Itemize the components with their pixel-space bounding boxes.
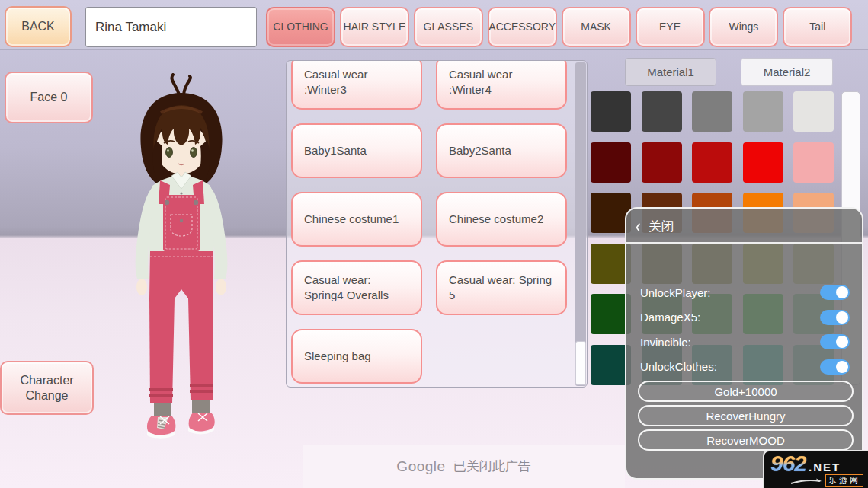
color-swatch[interactable] bbox=[743, 91, 783, 132]
character-model bbox=[96, 73, 267, 457]
clothing-scrollbar-thumb[interactable] bbox=[575, 341, 586, 385]
clothing-item-button[interactable]: Casual wear: Spring 5 bbox=[436, 260, 567, 315]
color-swatch[interactable] bbox=[743, 142, 783, 183]
google-logo-text: Google bbox=[396, 458, 445, 475]
mod-action-button[interactable]: RecoverMOOD bbox=[638, 429, 854, 451]
tab-tail[interactable]: Tail bbox=[783, 7, 852, 47]
962net-watermark-logo: 962 .NET 乐游网 bbox=[763, 450, 868, 488]
clothing-item-button[interactable]: Casual wear :Winter3 bbox=[291, 60, 422, 110]
clothing-item-button[interactable]: Casual wear: Spring4 Overalls bbox=[291, 260, 422, 315]
back-button[interactable]: BACK bbox=[5, 6, 72, 47]
toggle-switch[interactable] bbox=[820, 310, 850, 325]
clothing-item-button[interactable]: Baby1Santa bbox=[291, 123, 422, 178]
tab-clothing[interactable]: CLOTHING bbox=[266, 7, 335, 47]
clothing-item-button[interactable]: Sleeping bag bbox=[291, 329, 422, 384]
chevron-left-icon: ‹ bbox=[636, 215, 641, 238]
tab-mask[interactable]: MASK bbox=[562, 7, 631, 47]
ad-closed-message: 已关闭此广告 bbox=[453, 458, 531, 475]
toggle-switch[interactable] bbox=[820, 285, 850, 300]
clothing-item-button[interactable]: Chinese costume2 bbox=[436, 192, 567, 247]
clothing-scrollbar[interactable] bbox=[575, 62, 586, 386]
mod-toggle-label: UnlockPlayer: bbox=[640, 286, 711, 299]
tab-eye[interactable]: EYE bbox=[636, 7, 705, 47]
character-change-button[interactable]: Character Change bbox=[0, 361, 94, 415]
color-swatch[interactable] bbox=[642, 142, 682, 183]
tab-material2[interactable]: Material2 bbox=[741, 58, 833, 86]
mod-toggle-label: Invincible: bbox=[640, 336, 691, 349]
clothing-panel: Casual wear :Winter3Casual wear :Winter4… bbox=[286, 60, 588, 388]
tab-glasses[interactable]: GLASSES bbox=[414, 7, 483, 47]
mod-close-button[interactable]: ‹ 关闭 bbox=[636, 216, 674, 236]
ad-banner: Google 已关闭此广告 bbox=[303, 445, 625, 488]
logo-number: 962 bbox=[770, 452, 806, 475]
tab-wings[interactable]: Wings bbox=[709, 7, 778, 47]
face-button[interactable]: Face 0 bbox=[5, 72, 93, 123]
character-customization-screen: BACK CLOTHINGHAIR STYLEGLASSESACCESSORYM… bbox=[0, 0, 868, 488]
color-swatch[interactable] bbox=[692, 142, 732, 183]
mod-action-button[interactable]: RecoverHungry bbox=[638, 405, 854, 426]
logo-site-name: 乐游网 bbox=[825, 474, 863, 487]
tab-material1[interactable]: Material1 bbox=[625, 58, 716, 86]
color-swatch[interactable] bbox=[793, 91, 834, 132]
mod-toggle-label: UnlockClothes: bbox=[640, 360, 717, 373]
clothing-item-button[interactable]: Baby2Santa bbox=[436, 123, 567, 178]
tab-accessory[interactable]: ACCESSORY bbox=[488, 7, 557, 47]
logo-swoosh-icon bbox=[790, 477, 822, 485]
mod-menu: ‹ 关闭 UnlockPlayer:DamageX5:Invincible:Un… bbox=[625, 207, 863, 480]
clothing-item-button[interactable]: Chinese costume1 bbox=[291, 192, 422, 247]
toggle-switch[interactable] bbox=[820, 359, 850, 375]
color-swatch[interactable] bbox=[591, 142, 631, 183]
mod-toggle-label: DamageX5: bbox=[640, 311, 700, 324]
logo-net-suffix: .NET bbox=[809, 461, 841, 474]
character-name-input[interactable] bbox=[85, 7, 257, 47]
clothing-item-button[interactable]: Casual wear :Winter4 bbox=[436, 60, 567, 110]
color-swatch[interactable] bbox=[591, 91, 631, 132]
color-swatch[interactable] bbox=[793, 142, 834, 183]
color-swatch[interactable] bbox=[642, 91, 682, 132]
mod-action-button[interactable]: Gold+10000 bbox=[638, 381, 854, 402]
toggle-switch[interactable] bbox=[820, 334, 850, 349]
tab-hair-style[interactable]: HAIR STYLE bbox=[340, 7, 409, 47]
color-swatch[interactable] bbox=[692, 91, 732, 132]
mod-divider bbox=[626, 242, 862, 244]
mod-close-label: 关闭 bbox=[649, 218, 674, 235]
